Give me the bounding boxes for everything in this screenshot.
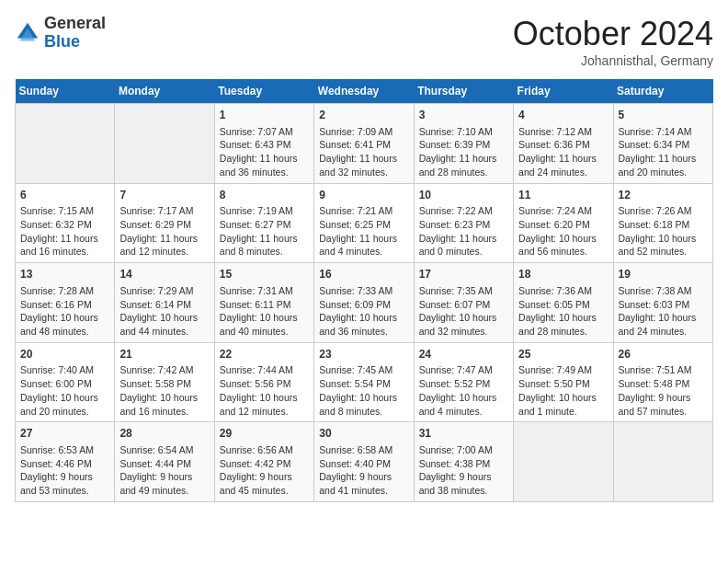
day-number: 19 — [619, 267, 708, 282]
day-number: 21 — [119, 347, 209, 362]
calendar-cell: 14Sunrise: 7:29 AMSunset: 6:14 PMDayligh… — [115, 263, 214, 343]
calendar-cell: 9Sunrise: 7:21 AMSunset: 6:25 PMDaylight… — [314, 183, 414, 263]
day-info: Sunrise: 7:12 AMSunset: 6:36 PMDaylight:… — [518, 125, 608, 179]
weekday-header-row: Sunday Monday Tuesday Wednesday Thursday… — [16, 79, 713, 104]
calendar-cell: 5Sunrise: 7:14 AMSunset: 6:34 PMDaylight… — [613, 104, 712, 184]
location-subtitle: Johannisthal, Germany — [513, 53, 713, 68]
calendar-cell: 22Sunrise: 7:44 AMSunset: 5:56 PMDayligh… — [214, 342, 313, 422]
day-info: Sunrise: 7:22 AMSunset: 6:23 PMDaylight:… — [419, 204, 508, 259]
title-block: October 2024 Johannisthal, Germany — [513, 15, 713, 68]
day-number: 23 — [319, 347, 408, 362]
header-saturday: Saturday — [613, 79, 712, 104]
day-info: Sunrise: 7:26 AMSunset: 6:18 PMDaylight:… — [619, 204, 708, 259]
day-info: Sunrise: 7:47 AMSunset: 5:52 PMDaylight:… — [419, 363, 508, 418]
header-tuesday: Tuesday — [214, 79, 313, 104]
calendar-cell: 24Sunrise: 7:47 AMSunset: 5:52 PMDayligh… — [414, 342, 513, 422]
day-info: Sunrise: 7:17 AMSunset: 6:29 PMDaylight:… — [119, 204, 209, 259]
day-number: 18 — [518, 267, 608, 282]
day-number: 3 — [419, 108, 508, 123]
day-number: 20 — [20, 347, 109, 362]
day-info: Sunrise: 6:56 AMSunset: 4:42 PMDaylight:… — [220, 443, 309, 498]
day-info: Sunrise: 7:33 AMSunset: 6:09 PMDaylight:… — [319, 284, 408, 339]
day-info: Sunrise: 7:19 AMSunset: 6:27 PMDaylight:… — [220, 204, 309, 259]
calendar-cell: 10Sunrise: 7:22 AMSunset: 6:23 PMDayligh… — [414, 183, 513, 263]
day-info: Sunrise: 7:35 AMSunset: 6:07 PMDaylight:… — [419, 284, 508, 339]
calendar-cell: 19Sunrise: 7:38 AMSunset: 6:03 PMDayligh… — [613, 263, 712, 343]
day-number: 17 — [419, 267, 508, 282]
calendar-cell: 27Sunrise: 6:53 AMSunset: 4:46 PMDayligh… — [16, 422, 115, 502]
calendar-cell: 8Sunrise: 7:19 AMSunset: 6:27 PMDaylight… — [214, 183, 313, 263]
calendar-week-2: 6Sunrise: 7:15 AMSunset: 6:32 PMDaylight… — [16, 183, 713, 263]
day-info: Sunrise: 7:24 AMSunset: 6:20 PMDaylight:… — [518, 204, 608, 259]
calendar-week-3: 13Sunrise: 7:28 AMSunset: 6:16 PMDayligh… — [16, 263, 713, 343]
day-info: Sunrise: 7:28 AMSunset: 6:16 PMDaylight:… — [20, 284, 109, 339]
calendar-cell: 2Sunrise: 7:09 AMSunset: 6:41 PMDaylight… — [314, 104, 414, 184]
calendar-cell: 11Sunrise: 7:24 AMSunset: 6:20 PMDayligh… — [514, 183, 613, 263]
day-info: Sunrise: 7:09 AMSunset: 6:41 PMDaylight:… — [319, 125, 408, 179]
header-thursday: Thursday — [414, 79, 513, 104]
calendar-cell: 31Sunrise: 7:00 AMSunset: 4:38 PMDayligh… — [414, 422, 513, 502]
calendar-cell: 17Sunrise: 7:35 AMSunset: 6:07 PMDayligh… — [414, 263, 513, 343]
header-monday: Monday — [115, 79, 214, 104]
day-number: 25 — [518, 347, 608, 362]
day-number: 4 — [518, 108, 608, 123]
day-info: Sunrise: 7:49 AMSunset: 5:50 PMDaylight:… — [518, 363, 608, 418]
day-number: 5 — [619, 108, 708, 123]
logo-blue: Blue — [44, 32, 80, 51]
month-title: October 2024 — [513, 15, 713, 53]
calendar-cell — [613, 422, 712, 502]
page-header: General Blue October 2024 Johannisthal, … — [15, 15, 713, 68]
header-wednesday: Wednesday — [314, 79, 414, 104]
calendar-cell: 23Sunrise: 7:45 AMSunset: 5:54 PMDayligh… — [314, 342, 414, 422]
calendar-cell — [514, 422, 613, 502]
header-sunday: Sunday — [16, 79, 115, 104]
day-info: Sunrise: 7:51 AMSunset: 5:48 PMDaylight:… — [619, 363, 708, 418]
calendar-cell: 15Sunrise: 7:31 AMSunset: 6:11 PMDayligh… — [214, 263, 313, 343]
calendar-cell: 21Sunrise: 7:42 AMSunset: 5:58 PMDayligh… — [115, 342, 214, 422]
day-info: Sunrise: 7:36 AMSunset: 6:05 PMDaylight:… — [518, 284, 608, 339]
day-info: Sunrise: 7:31 AMSunset: 6:11 PMDaylight:… — [220, 284, 309, 339]
day-info: Sunrise: 7:29 AMSunset: 6:14 PMDaylight:… — [119, 284, 209, 339]
day-info: Sunrise: 6:54 AMSunset: 4:44 PMDaylight:… — [119, 443, 209, 498]
day-number: 12 — [619, 188, 708, 203]
logo-icon — [15, 20, 40, 46]
calendar-cell — [115, 104, 214, 184]
calendar-cell — [16, 104, 115, 184]
day-number: 13 — [20, 267, 109, 282]
day-number: 7 — [119, 188, 209, 203]
day-number: 22 — [220, 347, 309, 362]
day-info: Sunrise: 7:45 AMSunset: 5:54 PMDaylight:… — [319, 363, 408, 418]
day-info: Sunrise: 7:14 AMSunset: 6:34 PMDaylight:… — [619, 125, 708, 179]
day-number: 30 — [319, 426, 408, 442]
day-number: 8 — [220, 188, 309, 203]
calendar-week-4: 20Sunrise: 7:40 AMSunset: 6:00 PMDayligh… — [16, 342, 713, 422]
day-info: Sunrise: 7:07 AMSunset: 6:43 PMDaylight:… — [220, 125, 309, 179]
day-info: Sunrise: 7:38 AMSunset: 6:03 PMDaylight:… — [619, 284, 708, 339]
calendar-cell: 3Sunrise: 7:10 AMSunset: 6:39 PMDaylight… — [414, 104, 513, 184]
calendar-cell: 20Sunrise: 7:40 AMSunset: 6:00 PMDayligh… — [16, 342, 115, 422]
day-number: 26 — [619, 347, 708, 362]
day-info: Sunrise: 7:10 AMSunset: 6:39 PMDaylight:… — [419, 125, 508, 179]
calendar-cell: 26Sunrise: 7:51 AMSunset: 5:48 PMDayligh… — [613, 342, 712, 422]
day-number: 10 — [419, 188, 508, 203]
day-number: 28 — [119, 426, 209, 442]
calendar-cell: 16Sunrise: 7:33 AMSunset: 6:09 PMDayligh… — [314, 263, 414, 343]
calendar-cell: 18Sunrise: 7:36 AMSunset: 6:05 PMDayligh… — [514, 263, 613, 343]
logo-general: General — [44, 14, 106, 32]
calendar-cell: 12Sunrise: 7:26 AMSunset: 6:18 PMDayligh… — [613, 183, 712, 263]
day-info: Sunrise: 7:15 AMSunset: 6:32 PMDaylight:… — [20, 204, 109, 259]
day-info: Sunrise: 6:53 AMSunset: 4:46 PMDaylight:… — [20, 443, 109, 498]
calendar-table: Sunday Monday Tuesday Wednesday Thursday… — [15, 79, 713, 502]
day-number: 11 — [518, 188, 608, 203]
day-info: Sunrise: 6:58 AMSunset: 4:40 PMDaylight:… — [319, 443, 408, 498]
day-number: 1 — [220, 108, 309, 123]
calendar-week-1: 1Sunrise: 7:07 AMSunset: 6:43 PMDaylight… — [16, 104, 713, 184]
calendar-week-5: 27Sunrise: 6:53 AMSunset: 4:46 PMDayligh… — [16, 422, 713, 502]
day-number: 16 — [319, 267, 408, 282]
calendar-cell: 7Sunrise: 7:17 AMSunset: 6:29 PMDaylight… — [115, 183, 214, 263]
day-info: Sunrise: 7:42 AMSunset: 5:58 PMDaylight:… — [119, 363, 209, 418]
day-number: 6 — [20, 188, 109, 203]
header-friday: Friday — [514, 79, 613, 104]
day-number: 14 — [119, 267, 209, 282]
calendar-cell: 28Sunrise: 6:54 AMSunset: 4:44 PMDayligh… — [115, 422, 214, 502]
